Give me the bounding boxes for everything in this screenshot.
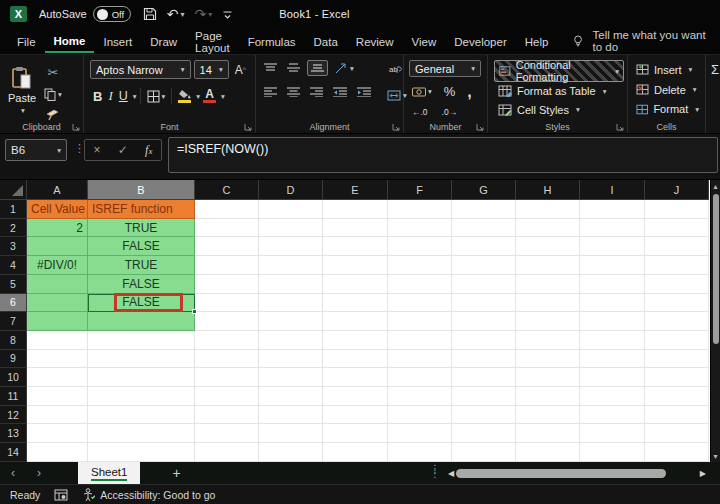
cell-A2[interactable]: 2 [27, 219, 88, 238]
cell-J6[interactable] [645, 294, 709, 313]
cell-C10[interactable] [195, 368, 259, 387]
column-header-F[interactable]: F [388, 180, 452, 200]
tab-draw[interactable]: Draw [141, 31, 186, 52]
customize-qat-button[interactable] [222, 9, 233, 20]
align-left-button[interactable] [261, 85, 280, 99]
fill-button[interactable] [712, 85, 718, 101]
cell-E13[interactable] [323, 424, 388, 443]
cell-C12[interactable] [195, 406, 259, 425]
cell-H14[interactable] [516, 443, 580, 462]
cell-C14[interactable] [195, 443, 259, 462]
cell-D6[interactable] [259, 294, 323, 313]
tell-me-box[interactable]: Tell me what you want to do [573, 29, 712, 53]
cell-F10[interactable] [388, 368, 452, 387]
cell-H13[interactable] [516, 424, 580, 443]
cell-A7[interactable] [27, 312, 88, 331]
enter-button[interactable]: ✓ [118, 143, 128, 157]
tab-file[interactable]: File [8, 31, 45, 52]
cell-G11[interactable] [452, 387, 516, 406]
cell-A13[interactable] [27, 424, 88, 443]
cell-G12[interactable] [452, 406, 516, 425]
macro-record-button[interactable] [54, 489, 68, 501]
cell-G2[interactable] [452, 219, 516, 238]
cell-B4[interactable]: TRUE [88, 256, 195, 275]
cell-J14[interactable] [645, 443, 709, 462]
cell-B6[interactable]: FALSE [88, 294, 195, 313]
font-size-select[interactable]: 14▾ [194, 60, 229, 79]
cell-G7[interactable] [452, 312, 516, 331]
row-header-13[interactable]: 13 [0, 424, 27, 443]
cell-B1[interactable]: ISREF function [88, 200, 195, 219]
cell-styles-button[interactable]: Cell Styles▾ [494, 101, 624, 120]
scroll-right-arrow[interactable]: ▶ [700, 469, 706, 478]
row-header-12[interactable]: 12 [0, 406, 27, 425]
cell-I10[interactable] [580, 368, 645, 387]
column-header-B[interactable]: B [88, 180, 195, 200]
comma-style-button[interactable]: , [464, 86, 474, 98]
prev-sheet-arrow[interactable]: ‹ [0, 466, 26, 480]
cell-G13[interactable] [452, 424, 516, 443]
number-format-select[interactable]: General▾ [409, 60, 481, 77]
cell-D5[interactable] [259, 275, 323, 294]
column-header-I[interactable]: I [580, 180, 645, 200]
save-button[interactable] [143, 7, 157, 21]
tab-data[interactable]: Data [305, 31, 347, 52]
delete-cells-button[interactable]: Delete▾ [633, 80, 702, 100]
conditional-formatting-button[interactable]: Conditional Formatting▾ [494, 60, 624, 82]
cell-I3[interactable] [580, 237, 645, 256]
clear-button[interactable] [712, 107, 718, 122]
increase-decimal-button[interactable]: ←.0 [409, 105, 431, 119]
cell-D8[interactable] [259, 331, 323, 350]
cell-C11[interactable] [195, 387, 259, 406]
column-header-G[interactable]: G [452, 180, 516, 200]
alignment-dialog-launcher[interactable] [392, 123, 400, 131]
cell-H4[interactable] [516, 256, 580, 275]
cell-G9[interactable] [452, 350, 516, 369]
row-header-11[interactable]: 11 [0, 387, 27, 406]
row-header-9[interactable]: 9 [0, 350, 27, 369]
cell-I5[interactable] [580, 275, 645, 294]
cell-C4[interactable] [195, 256, 259, 275]
column-header-J[interactable]: J [645, 180, 709, 200]
cell-J10[interactable] [645, 368, 709, 387]
fill-color-button[interactable] [175, 87, 194, 105]
cancel-button[interactable]: × [94, 143, 101, 157]
sheet-tab-sheet1[interactable]: Sheet1 [78, 462, 140, 484]
format-cells-button[interactable]: Format▾ [633, 99, 702, 119]
font-name-select[interactable]: Aptos Narrow▾ [90, 60, 191, 79]
cell-D13[interactable] [259, 424, 323, 443]
tab-review[interactable]: Review [347, 31, 403, 52]
cell-H10[interactable] [516, 368, 580, 387]
tabbar-resize-handle[interactable]: ⋮⋮ [430, 466, 440, 476]
column-header-C[interactable]: C [195, 180, 259, 200]
cell-I1[interactable] [580, 200, 645, 219]
cell-G3[interactable] [452, 237, 516, 256]
cell-E9[interactable] [323, 350, 388, 369]
row-header-1[interactable]: 1 [0, 200, 27, 219]
accessibility-status[interactable]: Accessibility: Good to go [82, 488, 215, 502]
borders-button[interactable]: ▾ [144, 88, 169, 105]
cell-J13[interactable] [645, 424, 709, 443]
cell-H3[interactable] [516, 237, 580, 256]
cell-C2[interactable] [195, 219, 259, 238]
vertical-scroll-thumb[interactable] [713, 194, 719, 344]
row-header-4[interactable]: 4 [0, 256, 27, 275]
accounting-format-button[interactable]: ▾ [409, 85, 435, 99]
redo-button[interactable]: ↷▾ [194, 6, 212, 22]
clipboard-dialog-launcher[interactable] [72, 123, 80, 131]
cell-D14[interactable] [259, 443, 323, 462]
cell-B3[interactable]: FALSE [88, 237, 195, 256]
bold-button[interactable]: B [90, 87, 105, 106]
cell-J9[interactable] [645, 350, 709, 369]
cell-J3[interactable] [645, 237, 709, 256]
number-dialog-launcher[interactable] [476, 123, 484, 131]
cell-I14[interactable] [580, 443, 645, 462]
align-center-button[interactable] [284, 85, 303, 99]
row-header-10[interactable]: 10 [0, 368, 27, 387]
row-header-6[interactable]: 6 [0, 294, 27, 313]
top-align-button[interactable] [261, 61, 280, 75]
cell-G4[interactable] [452, 256, 516, 275]
cell-A11[interactable] [27, 387, 88, 406]
select-all-corner[interactable] [0, 180, 27, 200]
align-right-button[interactable] [307, 85, 326, 99]
